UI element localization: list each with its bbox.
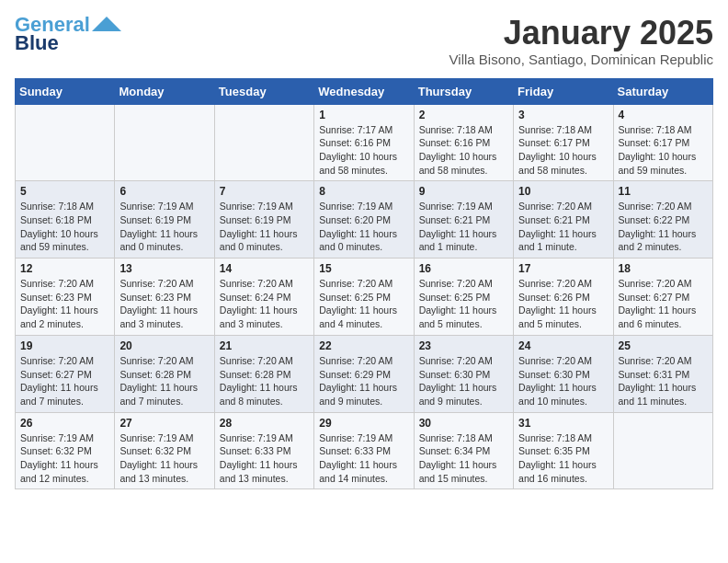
day-info: Sunrise: 7:20 AMSunset: 6:25 PMDaylight:…	[319, 277, 408, 331]
col-tuesday: Tuesday	[214, 78, 313, 104]
day-info: Sunrise: 7:20 AMSunset: 6:27 PMDaylight:…	[20, 354, 109, 408]
col-sunday: Sunday	[16, 78, 115, 104]
month-title: January 2025	[449, 15, 713, 52]
col-thursday: Thursday	[414, 78, 513, 104]
calendar-week-row: 1Sunrise: 7:17 AMSunset: 6:16 PMDaylight…	[16, 104, 713, 181]
day-info: Sunrise: 7:20 AMSunset: 6:23 PMDaylight:…	[20, 277, 109, 331]
table-row: 23Sunrise: 7:20 AMSunset: 6:30 PMDayligh…	[414, 335, 513, 412]
day-info: Sunrise: 7:19 AMSunset: 6:20 PMDaylight:…	[319, 200, 408, 254]
day-info: Sunrise: 7:20 AMSunset: 6:31 PMDaylight:…	[619, 354, 708, 408]
day-info: Sunrise: 7:18 AMSunset: 6:18 PMDaylight:…	[20, 200, 109, 254]
table-row: 27Sunrise: 7:19 AMSunset: 6:32 PMDayligh…	[115, 412, 214, 489]
day-number: 19	[20, 339, 109, 352]
day-number: 22	[319, 339, 408, 352]
day-number: 27	[119, 417, 209, 430]
table-row: 3Sunrise: 7:18 AMSunset: 6:17 PMDaylight…	[514, 104, 613, 181]
table-row: 10Sunrise: 7:20 AMSunset: 6:21 PMDayligh…	[514, 181, 613, 259]
day-number: 13	[119, 262, 209, 275]
day-number: 3	[518, 109, 608, 121]
day-number: 6	[119, 185, 209, 198]
day-info: Sunrise: 7:18 AMSunset: 6:16 PMDaylight:…	[419, 123, 508, 178]
day-info: Sunrise: 7:19 AMSunset: 6:19 PMDaylight:…	[119, 200, 209, 254]
table-row: 11Sunrise: 7:20 AMSunset: 6:22 PMDayligh…	[613, 181, 712, 259]
logo-icon	[92, 15, 121, 35]
calendar-header-row: Sunday Monday Tuesday Wednesday Thursday…	[16, 78, 713, 104]
table-row: 26Sunrise: 7:19 AMSunset: 6:32 PMDayligh…	[16, 412, 115, 489]
location-title: Villa Bisono, Santiago, Dominican Republ…	[449, 52, 713, 67]
col-saturday: Saturday	[613, 78, 712, 104]
table-row: 4Sunrise: 7:18 AMSunset: 6:17 PMDaylight…	[613, 104, 712, 181]
day-number: 16	[419, 262, 508, 275]
day-info: Sunrise: 7:20 AMSunset: 6:22 PMDaylight:…	[619, 200, 708, 254]
table-row: 30Sunrise: 7:18 AMSunset: 6:34 PMDayligh…	[414, 412, 513, 489]
day-number: 25	[619, 339, 708, 352]
table-row: 29Sunrise: 7:19 AMSunset: 6:33 PMDayligh…	[314, 412, 414, 489]
day-number: 14	[220, 262, 309, 275]
day-number: 10	[518, 185, 608, 198]
table-row: 1Sunrise: 7:17 AMSunset: 6:16 PMDaylight…	[314, 104, 414, 181]
day-info: Sunrise: 7:18 AMSunset: 6:17 PMDaylight:…	[518, 123, 608, 178]
title-area: January 2025 Villa Bisono, Santiago, Dom…	[449, 15, 713, 67]
calendar-week-row: 12Sunrise: 7:20 AMSunset: 6:23 PMDayligh…	[16, 259, 713, 336]
day-info: Sunrise: 7:19 AMSunset: 6:19 PMDaylight:…	[220, 200, 309, 254]
day-info: Sunrise: 7:19 AMSunset: 6:32 PMDaylight:…	[119, 431, 209, 486]
day-info: Sunrise: 7:20 AMSunset: 6:27 PMDaylight:…	[619, 277, 708, 331]
day-number: 29	[319, 417, 408, 430]
day-info: Sunrise: 7:20 AMSunset: 6:25 PMDaylight:…	[419, 277, 508, 331]
day-info: Sunrise: 7:19 AMSunset: 6:32 PMDaylight:…	[20, 431, 109, 486]
table-row: 18Sunrise: 7:20 AMSunset: 6:27 PMDayligh…	[613, 259, 712, 336]
day-info: Sunrise: 7:20 AMSunset: 6:23 PMDaylight:…	[119, 277, 209, 331]
table-row	[613, 412, 712, 489]
table-row: 2Sunrise: 7:18 AMSunset: 6:16 PMDaylight…	[414, 104, 513, 181]
day-info: Sunrise: 7:18 AMSunset: 6:17 PMDaylight:…	[619, 123, 708, 178]
table-row: 25Sunrise: 7:20 AMSunset: 6:31 PMDayligh…	[613, 335, 712, 412]
table-row: 15Sunrise: 7:20 AMSunset: 6:25 PMDayligh…	[314, 259, 414, 336]
table-row: 17Sunrise: 7:20 AMSunset: 6:26 PMDayligh…	[514, 259, 613, 336]
page-header: General Blue January 2025 Villa Bisono, …	[15, 15, 713, 67]
day-number: 30	[419, 417, 508, 430]
day-info: Sunrise: 7:20 AMSunset: 6:26 PMDaylight:…	[518, 277, 608, 331]
day-number: 11	[619, 185, 708, 198]
table-row: 28Sunrise: 7:19 AMSunset: 6:33 PMDayligh…	[214, 412, 313, 489]
table-row: 12Sunrise: 7:20 AMSunset: 6:23 PMDayligh…	[16, 259, 115, 336]
day-info: Sunrise: 7:18 AMSunset: 6:34 PMDaylight:…	[419, 431, 508, 486]
day-number: 17	[518, 262, 608, 275]
day-info: Sunrise: 7:18 AMSunset: 6:35 PMDaylight:…	[518, 431, 608, 486]
calendar-week-row: 26Sunrise: 7:19 AMSunset: 6:32 PMDayligh…	[16, 412, 713, 489]
day-number: 28	[220, 417, 309, 430]
day-info: Sunrise: 7:20 AMSunset: 6:28 PMDaylight:…	[220, 354, 309, 408]
day-info: Sunrise: 7:19 AMSunset: 6:33 PMDaylight:…	[220, 431, 309, 486]
day-number: 31	[518, 417, 608, 430]
col-monday: Monday	[115, 78, 214, 104]
logo: General Blue	[15, 15, 121, 55]
logo-blue: Blue	[15, 31, 59, 55]
day-number: 18	[619, 262, 708, 275]
table-row: 5Sunrise: 7:18 AMSunset: 6:18 PMDaylight…	[16, 181, 115, 259]
day-info: Sunrise: 7:17 AMSunset: 6:16 PMDaylight:…	[319, 123, 408, 178]
day-number: 8	[319, 185, 408, 198]
day-number: 9	[419, 185, 508, 198]
day-number: 23	[419, 339, 508, 352]
day-number: 1	[319, 109, 408, 121]
day-info: Sunrise: 7:20 AMSunset: 6:28 PMDaylight:…	[119, 354, 209, 408]
calendar-week-row: 5Sunrise: 7:18 AMSunset: 6:18 PMDaylight…	[16, 181, 713, 259]
day-number: 26	[20, 417, 109, 430]
day-info: Sunrise: 7:20 AMSunset: 6:21 PMDaylight:…	[518, 200, 608, 254]
table-row: 31Sunrise: 7:18 AMSunset: 6:35 PMDayligh…	[514, 412, 613, 489]
table-row: 20Sunrise: 7:20 AMSunset: 6:28 PMDayligh…	[115, 335, 214, 412]
table-row: 19Sunrise: 7:20 AMSunset: 6:27 PMDayligh…	[16, 335, 115, 412]
col-friday: Friday	[514, 78, 613, 104]
table-row: 14Sunrise: 7:20 AMSunset: 6:24 PMDayligh…	[214, 259, 313, 336]
table-row: 9Sunrise: 7:19 AMSunset: 6:21 PMDaylight…	[414, 181, 513, 259]
table-row: 21Sunrise: 7:20 AMSunset: 6:28 PMDayligh…	[214, 335, 313, 412]
day-info: Sunrise: 7:19 AMSunset: 6:21 PMDaylight:…	[419, 200, 508, 254]
day-info: Sunrise: 7:20 AMSunset: 6:30 PMDaylight:…	[518, 354, 608, 408]
day-info: Sunrise: 7:19 AMSunset: 6:33 PMDaylight:…	[319, 431, 408, 486]
day-info: Sunrise: 7:20 AMSunset: 6:24 PMDaylight:…	[220, 277, 309, 331]
day-number: 20	[119, 339, 209, 352]
day-number: 7	[220, 185, 309, 198]
day-info: Sunrise: 7:20 AMSunset: 6:30 PMDaylight:…	[419, 354, 508, 408]
table-row	[115, 104, 214, 181]
table-row: 8Sunrise: 7:19 AMSunset: 6:20 PMDaylight…	[314, 181, 414, 259]
table-row: 13Sunrise: 7:20 AMSunset: 6:23 PMDayligh…	[115, 259, 214, 336]
